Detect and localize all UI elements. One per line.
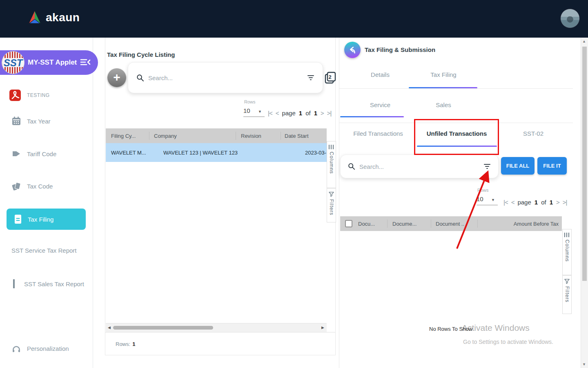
column-separator [281,132,281,140]
tab-filed-transactions[interactable]: Filed Transactions [343,130,413,137]
prev-page-button[interactable]: < [511,199,514,206]
sidebar-item-tax-filing[interactable]: Tax Filing [7,209,86,230]
scrollbar-thumb[interactable] [113,326,213,330]
chevron-down-icon[interactable]: ▼ [258,110,262,114]
file-all-button[interactable]: FILE ALL [501,157,535,175]
columns-side-tab[interactable]: Columns [562,229,572,275]
rows-count-label: Rows: [116,341,130,347]
app-screen: akaun SST MY-SST Applet TESTING [0,0,588,368]
akaun-logo[interactable]: akaun [27,11,80,25]
user-avatar[interactable] [560,9,580,28]
search-icon [136,74,144,82]
column-header-filing-cycle[interactable]: Filing Cy... [111,133,136,139]
select-all-checkbox[interactable] [345,220,352,227]
transactions-table-header: Docu... Docume... Document .. Amount Bef… [340,216,562,231]
column-header-document-1[interactable]: Docu... [358,221,375,227]
annotation-arrow [450,168,494,252]
column-header-document-3[interactable]: Document .. [436,221,464,227]
filters-side-tab[interactable]: Filters [562,275,572,314]
scroll-down-icon[interactable]: ▼ [582,362,586,366]
sidebar-item-label: Tax Year [27,118,51,125]
column-header-company[interactable]: Company [154,133,177,139]
columns-icon [564,233,570,237]
applet-header[interactable]: SST MY-SST Applet [0,50,98,75]
filters-tab-label: Filters [329,199,334,215]
horizontal-scrollbar[interactable]: ◀ ▶ [106,323,327,332]
tax-filing-cycle-listing-panel: Tax Filing Cycle Listing + 2 Rows 10 ▼ [105,38,336,355]
funnel-icon [329,192,334,197]
listing-footer: Rows: 1 [105,332,335,355]
plus-icon: + [113,71,120,83]
transactions-search-input[interactable] [359,163,479,170]
page-scrollbar[interactable]: ▲ ▼ [581,38,588,368]
active-marker-bar [13,279,15,288]
column-header-revision[interactable]: Revision [241,133,261,139]
divider [339,88,573,89]
filters-tab-label: Filters [564,286,570,303]
tax-filing-submission-panel: Tax Filing & Submission Details Tax Fili… [339,38,572,368]
sidebar-item-testing[interactable]: TESTING [9,89,50,101]
top-navbar: akaun [0,0,588,38]
sidebar: SST MY-SST Applet TESTING [0,38,93,368]
rows-per-page-label: Rows [244,99,256,104]
columns-side-tab[interactable]: Columns [327,141,336,188]
sidebar-item-label: Tariff Code [27,150,56,157]
chevron-down-icon[interactable]: ▼ [491,198,495,202]
filters-side-tab[interactable]: Filters [327,188,336,222]
duplicate-pages-icon[interactable]: 2 [324,71,336,84]
of-label: of [305,110,311,117]
tab-sst02[interactable]: SST-02 [507,130,560,137]
next-page-button[interactable]: > [321,110,324,117]
back-arrow-icon [347,45,357,55]
file-it-button[interactable]: FILE IT [537,157,567,175]
listing-search-input[interactable] [148,74,303,81]
svg-text:2: 2 [328,74,331,80]
first-page-button[interactable]: |< [268,110,272,117]
tab-tax-filing[interactable]: Tax Filing [415,71,472,78]
back-button[interactable] [344,42,361,58]
add-filing-cycle-button[interactable]: + [107,68,126,87]
scroll-right-icon[interactable]: ▶ [321,325,324,330]
filter-icon[interactable] [483,163,491,170]
tab-sales[interactable]: Sales [415,101,472,108]
column-separator [149,132,149,140]
filter-icon[interactable] [307,74,314,81]
prev-page-button[interactable]: < [276,110,279,117]
cell-date-start: 2023-03- [285,150,326,156]
scroll-left-icon[interactable]: ◀ [108,325,111,330]
tab-details[interactable]: Details [352,71,409,78]
total-pages-number: 1 [550,199,553,206]
activate-windows-watermark-subtext: Go to Settings to activate Windows. [463,339,553,345]
sidebar-collapse-icon[interactable] [80,58,91,67]
person-icon [11,343,21,353]
scroll-up-icon[interactable]: ▲ [582,39,586,43]
transactions-search-bar [340,155,499,178]
tab-service[interactable]: Service [352,101,409,108]
table-row[interactable]: WAVELET M... WAVELET 123 | WAVELET 123 2… [106,143,327,162]
sidebar-item-tariff-code[interactable]: Tariff Code [11,149,56,159]
first-page-button[interactable]: |< [503,199,508,206]
sidebar-item-tax-year[interactable]: Tax Year [11,116,51,126]
columns-icon [329,145,334,149]
sidebar-item-label: SST Service Tax Report [11,247,77,254]
sidebar-item-tax-code[interactable]: Tax Code [11,181,53,191]
akaun-triangle-icon [27,11,42,25]
column-header-amount-before-tax[interactable]: Amount Before Tax [475,221,559,227]
next-page-button[interactable]: > [556,199,559,206]
sidebar-item-personalization[interactable]: Personalization [11,343,69,353]
column-separator [236,132,236,140]
sidebar-item-sst-service-tax-report[interactable]: SST Service Tax Report [11,247,77,254]
column-header-document-2[interactable]: Docume... [392,221,416,227]
last-page-button[interactable]: >| [327,110,332,117]
panel-title: Tax Filing Cycle Listing [107,51,175,58]
page-label: page [282,110,295,117]
annotation-highlight-box [414,119,499,155]
listing-search-bar [128,62,323,93]
sidebar-item-sst-sales-tax-report[interactable]: SST Sales Tax Report [13,279,84,288]
sst-applet-logo: SST [2,51,24,74]
document-icon [14,214,22,224]
column-header-date-start[interactable]: Date Start [285,133,309,139]
listing-pagination: |< < page 1 of 1 > >| [268,110,331,117]
last-page-button[interactable]: >| [563,199,567,206]
scrollbar-thumb[interactable] [582,47,587,281]
